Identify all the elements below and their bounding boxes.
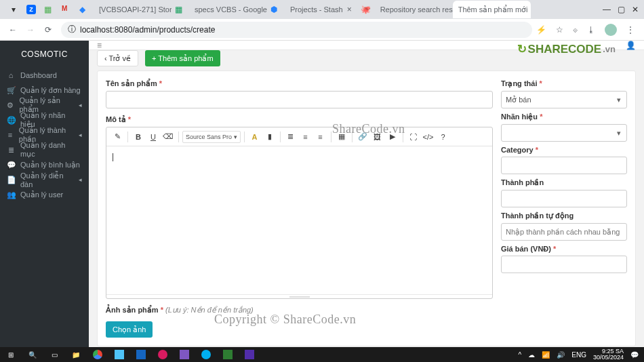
tray-lang[interactable]: ENG (571, 351, 586, 359)
list-icon: ≣ (7, 146, 15, 155)
tab-stash[interactable]: Projects - Stash× (285, 1, 357, 18)
name-label: Tên sản phẩm * (106, 79, 493, 88)
back-button[interactable]: ‹ Trở về (97, 50, 138, 66)
auto-ingredient-label: Thành phần tự động (501, 212, 627, 220)
brand-select[interactable] (501, 124, 627, 142)
tab-active[interactable]: Thêm sản phẩm mới× (453, 1, 531, 18)
editor-toolbar: ✎ B U ⌫ Source Sans Pro ▾ A ▮ ≣ (106, 127, 492, 146)
sidebar-item-ingredients[interactable]: ≡Quản lý thành phần◂ (0, 127, 89, 142)
auto-ingredient-input[interactable] (501, 223, 627, 241)
avatar[interactable] (605, 24, 617, 36)
tray-cloud-icon[interactable]: ☁ (528, 351, 535, 359)
font-select[interactable]: Source Sans Pro ▾ (182, 131, 241, 143)
download-icon[interactable]: ⭳ (587, 25, 595, 35)
maximize-icon[interactable]: ▢ (618, 5, 625, 14)
topbar: ≡ 👤 (89, 41, 644, 50)
chevron-left-icon: ◂ (79, 102, 82, 108)
comment-icon: 💬 (7, 161, 15, 169)
form-card: Tên sản phẩm * Mô tả * ✎ B U ⌫ Source Sa… (97, 71, 636, 346)
text-color-icon[interactable]: A (248, 130, 262, 144)
chevron-down-icon[interactable]: ▾ (5, 3, 22, 16)
app2-icon[interactable] (130, 347, 152, 362)
url-input[interactable]: ⓘ localhost:8080/admin/products/create (61, 22, 532, 38)
sidebar-item-brands[interactable]: 🌐Quản lý nhãn hiệu (0, 113, 89, 127)
sidebar-item-dashboard[interactable]: ⌂Dashboard (0, 68, 89, 83)
ul-icon[interactable]: ≣ (284, 130, 298, 144)
code-icon[interactable]: </> (422, 130, 435, 144)
fullscreen-icon[interactable]: ⛶ (407, 130, 420, 144)
tray-clock[interactable]: 9:25 SA 30/05/2024 (593, 348, 624, 361)
stash-icon[interactable]: ⬢ (267, 3, 283, 16)
brand-logo[interactable]: COSMOTIC (0, 41, 89, 68)
user-icon[interactable]: 👤 (626, 41, 636, 50)
ol-icon[interactable]: ≡ (299, 130, 313, 144)
zalo-icon[interactable]: Z (23, 3, 39, 16)
tab-github[interactable]: Repository search resu× (375, 1, 453, 18)
category-input[interactable] (501, 157, 627, 174)
skype-icon[interactable] (195, 347, 217, 362)
highlight-icon[interactable]: ▮ (263, 130, 277, 144)
sidebar-item-orders[interactable]: 🛒Quản lý đơn hàng (0, 83, 89, 98)
sidebar-item-categories[interactable]: ≣Quản lý danh mục (0, 142, 89, 157)
help-icon[interactable]: ? (437, 130, 450, 144)
gmail-icon[interactable]: M (58, 3, 75, 16)
search-icon[interactable]: 🔍 (22, 347, 43, 362)
tray-chevron-icon[interactable]: ^ (519, 351, 522, 359)
app3-icon[interactable] (152, 347, 174, 362)
explorer-icon[interactable]: 📁 (65, 347, 87, 362)
extension-icon[interactable]: ⟐ (573, 25, 578, 35)
sheets-icon[interactable]: ▦ (172, 3, 188, 16)
gear-icon: ⚙ (7, 101, 14, 110)
image-label: Ảnh sản phẩm * (Lưu ý: Nền để nền trắng) (106, 306, 493, 315)
back-icon[interactable]: ← (4, 21, 22, 39)
underline-icon[interactable]: U (146, 130, 160, 144)
start-icon[interactable]: ⊞ (0, 347, 22, 362)
sidebar-item-products[interactable]: ⚙Quản lý sản phẩm◂ (0, 98, 89, 113)
sidebar-item-comments[interactable]: 💬Quản lý bình luận (0, 157, 89, 172)
menu-icon[interactable]: ⋮ (626, 25, 635, 35)
add-product-button[interactable]: + Thêm sản phẩm (145, 50, 220, 66)
table-icon[interactable]: ▦ (335, 130, 348, 144)
github-icon[interactable]: 🐙 (357, 3, 374, 16)
close-icon[interactable]: × (347, 5, 352, 14)
tab-sheets[interactable]: specs VCBS - Google T× (189, 1, 267, 18)
close-window-icon[interactable]: ✕ (632, 5, 639, 14)
eraser-icon[interactable]: ⌫ (161, 130, 175, 144)
sidebar-item-users[interactable]: 👥Quản lý user (0, 187, 89, 202)
link-icon[interactable]: 🔗 (356, 130, 369, 144)
bold-icon[interactable]: B (132, 130, 145, 144)
app4-icon[interactable] (174, 347, 195, 362)
tray-volume-icon[interactable]: 🔊 (557, 351, 565, 359)
tab-jira[interactable]: [VCBSOAPI-271] Store× (94, 1, 172, 18)
image-icon[interactable]: 🖼 (371, 130, 384, 144)
jira-icon[interactable]: ◆ (76, 3, 92, 16)
forward-icon[interactable]: → (22, 21, 39, 39)
intellij-icon[interactable] (239, 347, 260, 362)
ingredient-label: Thành phần (501, 178, 627, 187)
align-icon[interactable]: ≡ (314, 130, 327, 144)
video-icon[interactable]: ▶ (386, 130, 399, 144)
tray-wifi-icon[interactable]: 📶 (542, 351, 550, 359)
minimize-icon[interactable]: — (603, 5, 611, 14)
translate-icon[interactable]: ⚡ (536, 25, 546, 35)
app-icon[interactable]: ▦ (41, 3, 57, 16)
ingredient-input[interactable] (501, 190, 627, 207)
editor-content[interactable]: | (106, 146, 492, 294)
app5-icon[interactable] (217, 347, 239, 362)
sidebar-item-forum[interactable]: 📄Quản lý diễn đàn◂ (0, 172, 89, 187)
choose-image-button[interactable]: Chọn ảnh (106, 321, 153, 338)
app1-icon[interactable] (108, 347, 130, 362)
category-label: Category * (501, 146, 627, 154)
reload-icon[interactable]: ⟳ (39, 21, 57, 39)
star-icon[interactable]: ☆ (556, 25, 563, 35)
tray-notification-icon[interactable]: 💬 (630, 351, 639, 359)
product-name-input[interactable] (106, 91, 493, 108)
resize-handle[interactable] (106, 294, 492, 298)
price-input[interactable] (501, 256, 627, 273)
hamburger-icon[interactable]: ≡ (97, 41, 102, 50)
chrome-icon[interactable] (87, 347, 108, 362)
taskview-icon[interactable]: ▭ (43, 347, 65, 362)
status-select[interactable]: Mở bán (501, 91, 627, 108)
pencil-icon[interactable]: ✎ (110, 130, 124, 144)
chevron-left-icon: ◂ (79, 176, 82, 183)
